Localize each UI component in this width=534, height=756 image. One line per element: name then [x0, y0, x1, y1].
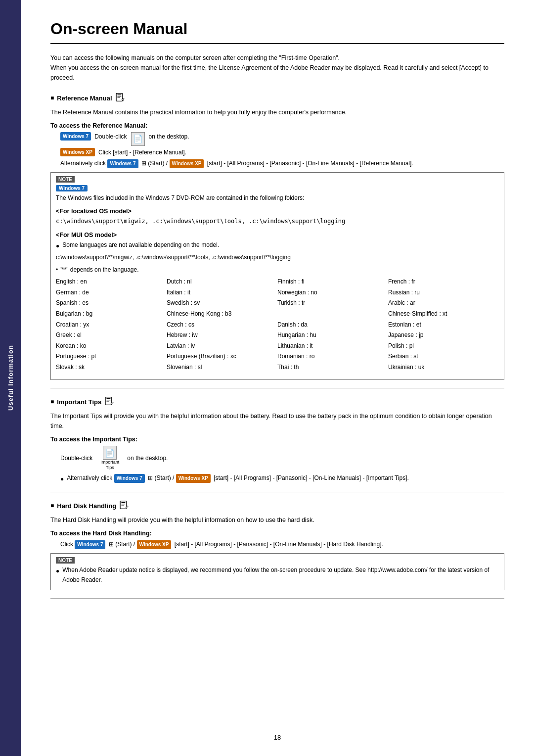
lang-row-7: Korean : ko Latvian : lv Lithuanian : lt… — [56, 341, 499, 352]
desktop-icon-important-tips: 📄 Important Tips — [97, 446, 122, 471]
lang-row-6: Greek : el Hebrew : iw Hungarian : hu Ja… — [56, 330, 499, 341]
hard-disk-header: Hard Disk Handling — [50, 500, 504, 511]
sidebar-label: Useful Information — [7, 345, 14, 411]
lang-bullet-row: ● Some languages are not available depen… — [56, 240, 499, 251]
winxp-access-row: Windows XP Click [start] - [Reference Ma… — [50, 148, 504, 157]
note-label: NOTE — [56, 176, 75, 183]
lang-row-1: English : en Dutch : nl Finnish : fi Fre… — [56, 277, 499, 287]
bullet-dot: ● — [56, 241, 59, 251]
lang-row-2: German : de Italian : it Norwegian : no … — [56, 287, 499, 298]
alt-win7-badge: Windows 7 — [107, 159, 138, 168]
note-box-hard-disk: NOTE ● When Adobe Reader update notice i… — [50, 553, 504, 590]
divider-2 — [50, 492, 504, 492]
localized-path: c:\windows\support\migwiz, .c:\windows\s… — [56, 217, 499, 226]
bullet-dot-tips: ● — [60, 474, 64, 484]
desktop-icon-img-tips: 📄 — [103, 446, 117, 460]
divider-1 — [50, 388, 504, 388]
svg-rect-12 — [122, 505, 125, 506]
hard-disk-desc: The Hard Disk Handling will provide you … — [50, 515, 504, 525]
lang-row-9: Slovak : sk Slovenian : sl Thai : th Ukr… — [56, 362, 499, 373]
reference-manual-desc: The Reference Manual contains the practi… — [50, 107, 504, 117]
note-body-text: The Windows files included in the Window… — [56, 193, 499, 203]
svg-rect-8 — [107, 401, 110, 402]
main-content: On-screen Manual You can access the foll… — [21, 0, 534, 756]
hard-disk-access-header: To access the Hard Disk Handling: — [50, 530, 504, 537]
note-box-win7: NOTE Windows 7 The Windows files include… — [50, 172, 504, 380]
lang-row-3: Spanish : es Swedish : sv Turkish : tr A… — [56, 298, 499, 309]
important-tips-icon — [104, 396, 115, 407]
important-tips-access-header: To access the Important Tips: — [50, 436, 504, 443]
desktop-icon-img: 📄 — [131, 132, 145, 146]
svg-rect-11 — [122, 504, 126, 504]
svg-rect-2 — [117, 96, 121, 96]
hard-disk-icon — [119, 500, 130, 511]
it-winxp-badge: Windows XP — [176, 474, 211, 483]
language-table: English : en Dutch : nl Finnish : fi Fre… — [56, 277, 499, 373]
path2-text: c:\windows\support\**\migwiz, .c:\window… — [56, 253, 499, 262]
alt-access-row: Alternatively click Windows 7 ⊞ (Start) … — [50, 159, 504, 168]
desktop-icon-label-tips: Important Tips — [97, 460, 122, 471]
important-tips-header: Important Tips — [50, 396, 504, 407]
page-number: 18 — [274, 734, 281, 741]
localized-os-header: <For localized OS model> — [56, 208, 499, 215]
it-win7-badge: Windows 7 — [114, 474, 145, 483]
reference-manual-header: Reference Manual — [50, 93, 504, 103]
hd-win7-badge: Windows 7 — [75, 540, 105, 549]
mui-os-header: <For MUI OS model> — [56, 232, 499, 238]
winxp-badge: Windows XP — [60, 148, 95, 156]
reference-manual-access-header: To access the Reference Manual: — [50, 122, 504, 129]
important-tips-alt-row: ● Alternatively click Windows 7 ⊞ (Start… — [50, 473, 504, 484]
svg-rect-10 — [122, 502, 126, 503]
svg-rect-7 — [107, 400, 111, 401]
lang-row-5: Croatian : yx Czech : cs Danish : da Est… — [56, 320, 499, 331]
divider-3 — [50, 598, 504, 599]
win7-badge: Windows 7 — [60, 132, 91, 141]
important-tips-desc: The Important Tips will provide you with… — [50, 411, 504, 431]
hd-winxp-badge: Windows XP — [137, 540, 172, 549]
hd-note-bullet: ● When Adobe Reader update notice is dis… — [56, 566, 499, 584]
depends-text: • "**" depends on the language. — [56, 265, 499, 275]
alt-winxp-badge: Windows XP — [170, 159, 204, 168]
svg-rect-1 — [117, 94, 121, 95]
sidebar: Useful Information — [0, 0, 21, 756]
note-win7-badge: Windows 7 — [56, 185, 88, 191]
hd-note-label: NOTE — [56, 557, 75, 564]
manual-icon — [115, 93, 126, 103]
desktop-icon-reference: 📄 — [131, 132, 145, 146]
svg-rect-3 — [117, 97, 120, 97]
lang-row-8: Portuguese : pt Portuguese (Brazilian) :… — [56, 351, 499, 362]
hard-disk-access-row: Click Windows 7 ⊞ (Start) / Windows XP [… — [50, 540, 504, 549]
hd-bullet-dot: ● — [56, 567, 59, 576]
lang-row-4: Bulgarian : bg Chinese-Hong Kong : b3 Ch… — [56, 309, 499, 320]
svg-rect-6 — [107, 398, 111, 399]
important-tips-click-row: Double-click 📄 Important Tips on the des… — [50, 446, 504, 471]
win7-access-row: Windows 7 Double-click 📄 on the desktop. — [50, 132, 504, 146]
intro-paragraph: You can access the following manuals on … — [50, 53, 504, 83]
page-title: On-screen Manual — [50, 20, 504, 44]
